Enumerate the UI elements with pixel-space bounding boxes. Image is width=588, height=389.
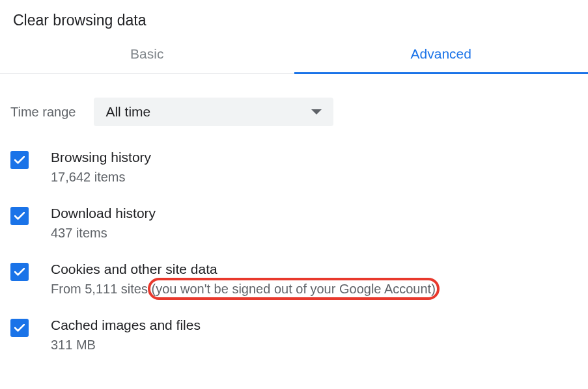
checkbox-cookies[interactable] [10,263,29,281]
checkbox-cached-images[interactable] [10,319,29,337]
option-sub-prefix: From 5,111 sites [51,282,152,296]
option-text: Download history 437 items [51,206,156,242]
chevron-down-icon [311,109,322,114]
option-sub: 437 items [51,224,156,242]
checkbox-download-history[interactable] [10,207,29,225]
time-range-label: Time range [10,105,76,120]
options-list: Browsing history 17,642 items Download h… [0,139,588,354]
option-browsing-history: Browsing history 17,642 items [10,150,578,186]
checkmark-icon [14,268,25,276]
option-text: Cached images and files 311 MB [51,317,201,354]
checkmark-icon [14,212,25,220]
option-sub: From 5,111 sites (you won't be signed ou… [51,280,436,298]
tab-advanced[interactable]: Advanced [294,37,589,74]
option-sub-highlight-text: (you won't be signed out of your Google … [152,282,436,296]
option-cached-images: Cached images and files 311 MB [10,317,578,354]
highlight-annotation: (you won't be signed out of your Google … [152,282,436,296]
option-cookies: Cookies and other site data From 5,111 s… [10,262,578,298]
tabs: Basic Advanced [0,37,588,74]
option-text: Cookies and other site data From 5,111 s… [51,262,436,298]
option-title: Browsing history [51,150,151,165]
option-title: Cookies and other site data [51,262,436,277]
checkbox-browsing-history[interactable] [10,151,29,169]
option-download-history: Download history 437 items [10,206,578,242]
option-sub: 17,642 items [51,168,151,186]
option-text: Browsing history 17,642 items [51,150,151,186]
time-range-value: All time [105,104,150,120]
dialog-title: Clear browsing data [0,0,588,37]
option-title: Cached images and files [51,317,201,333]
checkmark-icon [14,156,25,164]
time-range-select[interactable]: All time [94,98,333,126]
option-sub: 311 MB [51,336,201,354]
option-title: Download history [51,206,156,221]
time-range-row: Time range All time [0,74,588,139]
tab-basic[interactable]: Basic [0,37,294,74]
checkmark-icon [14,324,25,332]
